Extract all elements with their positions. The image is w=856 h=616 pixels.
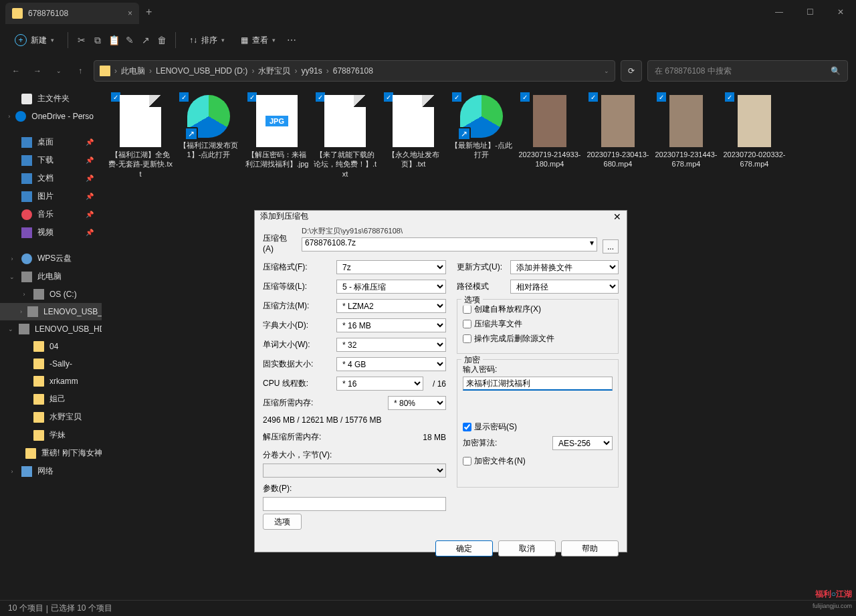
encnames-checkbox[interactable]: [463, 457, 471, 466]
sidebar-downloads[interactable]: 下载📌: [0, 151, 102, 169]
file-item[interactable]: ✓【来了就能下载的论坛，纯免费！】.txt: [312, 91, 379, 182]
encmethod-select[interactable]: AES-256: [552, 436, 613, 450]
delete-checkbox[interactable]: [463, 334, 471, 343]
recent-button[interactable]: ⌄: [51, 63, 67, 79]
copy-icon[interactable]: ⧉: [91, 33, 104, 47]
rename-icon[interactable]: ✎: [123, 33, 136, 47]
sidebar-network[interactable]: ›网络: [0, 462, 102, 480]
back-button[interactable]: ←: [8, 63, 24, 79]
password-input[interactable]: [463, 377, 613, 391]
sidebar-folder[interactable]: 姐己: [0, 390, 102, 408]
file-item[interactable]: ✓【永久地址发布页】.txt: [380, 91, 447, 182]
forward-button[interactable]: →: [29, 63, 45, 79]
file-item[interactable]: ✓20230719-214933-180.mp4: [516, 91, 583, 182]
sidebar-folder[interactable]: xrkamm: [0, 373, 102, 390]
search-icon: 🔍: [831, 66, 841, 76]
file-item[interactable]: ✓↗【福利江湖发布页1】-点此打开: [175, 91, 242, 182]
close-tab-icon[interactable]: ×: [128, 9, 132, 18]
file-item[interactable]: ✓JPG【解压密码：来福利江湖找福利】.jpg: [243, 91, 310, 182]
sidebar-osc[interactable]: ›OS (C:): [0, 286, 102, 303]
options-button[interactable]: 选项: [263, 514, 302, 530]
delete-icon[interactable]: 🗑: [155, 33, 169, 47]
showpwd-checkbox[interactable]: [463, 423, 471, 431]
maximize-button[interactable]: ☐: [794, 0, 825, 24]
minimize-button[interactable]: —: [764, 0, 794, 24]
sidebar-wps[interactable]: ›WPS云盘: [0, 249, 102, 268]
paste-icon[interactable]: 📋: [107, 33, 120, 47]
level-select[interactable]: 5 - 标准压缩: [336, 280, 446, 294]
update-select[interactable]: 添加并替换文件: [510, 260, 619, 274]
sidebar-home[interactable]: 主文件夹: [0, 90, 102, 108]
address-bar[interactable]: ›此电脑 ›LENOVO_USB_HDD (D:) ›水野宝贝 ›yy91s ›…: [94, 60, 615, 82]
dict-select[interactable]: * 16 MB: [336, 318, 446, 332]
method-select[interactable]: * LZMA2: [336, 299, 446, 313]
share-icon[interactable]: ↗: [139, 33, 152, 47]
cancel-button[interactable]: 取消: [498, 540, 556, 556]
sfx-checkbox[interactable]: [463, 305, 471, 314]
file-item[interactable]: ✓20230719-230413-680.mp4: [584, 91, 651, 182]
browse-button[interactable]: ...: [603, 239, 619, 253]
ok-button[interactable]: 确定: [435, 540, 493, 556]
word-select[interactable]: * 32: [336, 338, 446, 352]
archive-label: 压缩包(A): [263, 226, 296, 253]
file-item[interactable]: ✓↗【最新地址】-点此打开: [448, 91, 515, 182]
sidebar-usbhdd2[interactable]: ⌄LENOVO_USB_HD: [0, 320, 102, 338]
sidebar-videos[interactable]: 视频📌: [0, 223, 102, 241]
sidebar-documents[interactable]: 文档📌: [0, 169, 102, 187]
new-button[interactable]: +新建▾: [8, 30, 61, 50]
shared-checkbox[interactable]: [463, 320, 471, 328]
sort-button[interactable]: ↑↓ 排序 ▾: [183, 31, 231, 50]
more-icon[interactable]: ⋯: [285, 33, 298, 47]
threads-select[interactable]: * 16: [336, 377, 423, 391]
new-tab-button[interactable]: +: [146, 6, 152, 18]
path-select[interactable]: 相对路径: [510, 280, 619, 294]
crumb[interactable]: yy91s: [301, 66, 322, 76]
tab-title: 678876108: [28, 9, 68, 18]
sidebar-usbhdd[interactable]: ›LENOVO_USB_H: [0, 303, 102, 320]
dialog-titlebar[interactable]: 添加到压缩包 ✕: [255, 211, 627, 222]
crumb[interactable]: LENOVO_USB_HDD (D:): [156, 66, 247, 76]
navbar: ← → ⌄ ↑ ›此电脑 ›LENOVO_USB_HDD (D:) ›水野宝贝 …: [0, 56, 856, 86]
sidebar-pc[interactable]: ⌄此电脑: [0, 268, 102, 286]
params-input[interactable]: [263, 497, 446, 511]
sidebar-folder[interactable]: 04: [0, 338, 102, 355]
close-icon[interactable]: ✕: [613, 211, 621, 222]
crumb[interactable]: 水野宝贝: [258, 66, 290, 77]
sidebar-pictures[interactable]: 图片📌: [0, 187, 102, 205]
file-item[interactable]: ✓【福利江湖】全免费-无套路-更新快.txt: [107, 91, 174, 182]
close-button[interactable]: ✕: [825, 0, 856, 24]
view-button[interactable]: ▦ 查看 ▾: [234, 31, 282, 50]
sidebar-folder[interactable]: 学妹: [0, 426, 102, 444]
folder-icon: [100, 66, 110, 76]
sidebar-desktop[interactable]: 桌面📌: [0, 133, 102, 151]
archive-name-combo[interactable]: 678876108.7z▾: [302, 237, 597, 251]
sidebar-folder[interactable]: 水野宝贝: [0, 408, 102, 426]
solid-select[interactable]: * 4 GB: [336, 357, 446, 371]
archive-path: D:\水野宝贝\yy91s\678876108\: [302, 226, 597, 236]
mem-select[interactable]: * 80%: [388, 396, 446, 410]
file-item[interactable]: ✓20230720-020332-678.mp4: [721, 91, 788, 182]
crumb[interactable]: 678876108: [333, 66, 373, 76]
statusbar: 10 个项目 | 已选择 10 个项目: [0, 600, 856, 616]
item-count: 10 个项目: [8, 603, 43, 614]
file-item[interactable]: ✓20230719-231443-678.mp4: [653, 91, 720, 182]
sidebar-music[interactable]: 音乐📌: [0, 205, 102, 223]
watermark: 福利○江湖: [815, 586, 852, 600]
sidebar-onedrive[interactable]: ›OneDrive - Perso: [0, 108, 102, 125]
up-button[interactable]: ↑: [72, 63, 88, 79]
crumb[interactable]: 此电脑: [121, 66, 145, 77]
cut-icon[interactable]: ✂: [75, 33, 88, 47]
sidebar-folder[interactable]: 重磅! 刚下海女神: [0, 444, 102, 462]
help-button[interactable]: 帮助: [561, 540, 619, 556]
watermark-sub: fulijiangjiu.com: [813, 603, 852, 609]
selection-count: 已选择 10 个项目: [51, 603, 112, 614]
refresh-button[interactable]: ⟳: [621, 60, 642, 82]
folder-icon: [12, 8, 23, 19]
window-tab[interactable]: 678876108 ×: [5, 3, 139, 24]
sidebar-folder[interactable]: -Sally-: [0, 355, 102, 373]
mem-compress-value: 2496 MB / 12621 MB / 15776 MB: [263, 415, 446, 425]
search-input[interactable]: 在 678876108 中搜索🔍: [647, 60, 848, 82]
split-select[interactable]: [263, 464, 446, 478]
toolbar: +新建▾ ✂ ⧉ 📋 ✎ ↗ 🗑 ↑↓ 排序 ▾ ▦ 查看 ▾ ⋯: [0, 24, 856, 56]
format-select[interactable]: 7z: [336, 260, 446, 274]
